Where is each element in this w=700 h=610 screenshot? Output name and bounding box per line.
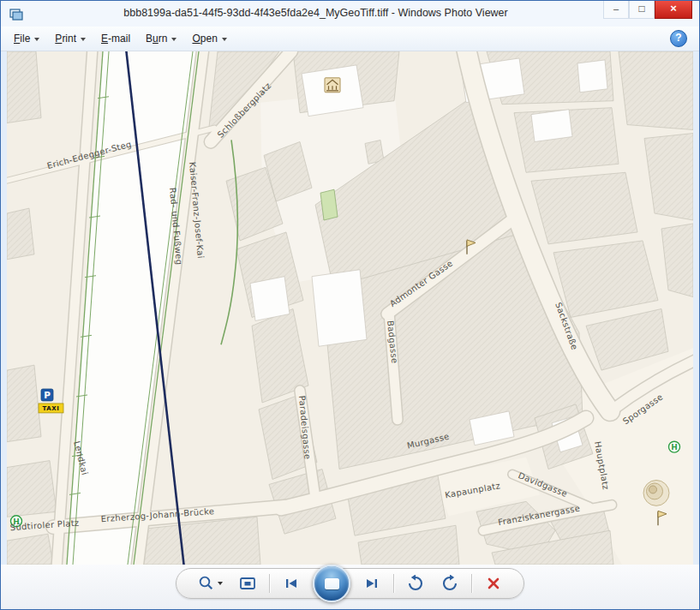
rotate-counterclockwise-icon xyxy=(407,575,424,592)
tram-stop-icon: H xyxy=(669,441,680,452)
fit-to-window-button[interactable] xyxy=(235,571,260,595)
menu-burn-label: Burn xyxy=(146,33,167,45)
spiral-fountain-icon xyxy=(643,480,669,505)
svg-text:H: H xyxy=(671,443,678,452)
next-icon xyxy=(364,577,380,590)
fit-to-window-icon xyxy=(239,576,256,591)
menubar: File Print E-mail Burn Open ? xyxy=(1,27,699,51)
menu-open[interactable]: Open xyxy=(184,29,234,48)
play-slideshow-button[interactable] xyxy=(313,565,350,602)
taxi-icon: TAXI xyxy=(39,404,63,413)
chevron-down-icon xyxy=(171,38,176,41)
menu-open-label: Open xyxy=(192,33,217,45)
zoom-icon xyxy=(198,575,215,592)
museum-icon xyxy=(325,78,340,93)
menu-file-label: File xyxy=(14,33,30,45)
photo-area: P TAXI H H Erich-Edegger-Steg Kaiser-Fra… xyxy=(1,51,699,565)
rotate-counterclockwise-button[interactable] xyxy=(403,571,428,595)
window-title: bbb8199a-da51-44f5-93dd-4f43e5fda2e4_MyG… xyxy=(28,1,603,19)
menu-email-label: E-mail xyxy=(101,33,130,45)
toolbar-separator xyxy=(471,574,472,593)
titlebar: bbb8199a-da51-44f5-93dd-4f43e5fda2e4_MyG… xyxy=(1,1,699,27)
toolbar xyxy=(1,565,699,609)
rotate-clockwise-button[interactable] xyxy=(437,571,463,595)
app-icon xyxy=(9,7,23,21)
previous-button[interactable] xyxy=(278,571,304,595)
maximize-button[interactable]: □ xyxy=(629,1,655,19)
delete-button[interactable] xyxy=(481,571,506,595)
next-button[interactable] xyxy=(359,571,385,595)
dropdown-arrow-icon xyxy=(218,582,223,585)
rotate-clockwise-icon xyxy=(441,575,458,592)
caption-buttons: – □ × xyxy=(603,1,692,19)
svg-text:TAXI: TAXI xyxy=(42,405,59,412)
chevron-down-icon xyxy=(222,38,227,41)
menu-burn[interactable]: Burn xyxy=(138,29,184,48)
zoom-button[interactable] xyxy=(194,571,226,595)
menu-print-label: Print xyxy=(55,33,76,45)
previous-icon xyxy=(284,577,299,590)
toolbar-separator xyxy=(269,574,270,593)
menu-email[interactable]: E-mail xyxy=(93,29,138,48)
help-icon[interactable]: ? xyxy=(670,30,687,47)
close-button[interactable]: × xyxy=(655,1,692,19)
svg-text:P: P xyxy=(44,390,51,400)
parking-icon: P xyxy=(41,389,53,401)
park-patch xyxy=(320,189,338,220)
map-image: P TAXI H H Erich-Edegger-Steg Kaiser-Fra… xyxy=(7,51,693,565)
menu-print[interactable]: Print xyxy=(47,29,93,48)
toolbar-pill xyxy=(176,568,524,599)
menu-file[interactable]: File xyxy=(6,29,47,48)
chevron-down-icon xyxy=(81,38,86,41)
toolbar-separator xyxy=(393,574,394,593)
chevron-down-icon xyxy=(34,38,39,41)
minimize-button[interactable]: – xyxy=(603,1,629,19)
slideshow-icon xyxy=(325,578,339,589)
delete-icon xyxy=(487,577,500,590)
photo-viewer-window: bbb8199a-da51-44f5-93dd-4f43e5fda2e4_MyG… xyxy=(0,0,700,610)
